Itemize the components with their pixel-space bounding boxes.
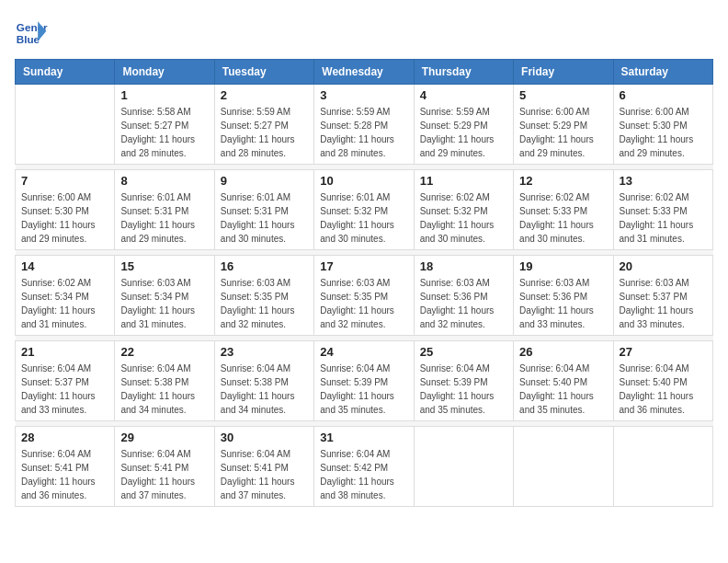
calendar-cell: 24Sunrise: 6:04 AM Sunset: 5:39 PM Dayli… [314,341,414,421]
calendar-cell: 6Sunrise: 6:00 AM Sunset: 5:30 PM Daylig… [613,85,712,165]
calendar-cell: 18Sunrise: 6:03 AM Sunset: 5:36 PM Dayli… [414,256,513,336]
day-number: 4 [420,88,507,102]
day-number: 6 [620,88,707,102]
calendar-week-row: 28Sunrise: 6:04 AM Sunset: 5:41 PM Dayli… [16,427,713,507]
calendar-cell: 4Sunrise: 5:59 AM Sunset: 5:29 PM Daylig… [414,85,513,165]
day-info: Sunrise: 6:04 AM Sunset: 5:39 PM Dayligh… [320,362,407,417]
calendar-cell: 14Sunrise: 6:02 AM Sunset: 5:34 PM Dayli… [16,256,115,336]
day-info: Sunrise: 6:04 AM Sunset: 5:39 PM Dayligh… [420,362,507,417]
day-number: 18 [420,259,507,273]
calendar-cell: 26Sunrise: 6:04 AM Sunset: 5:40 PM Dayli… [514,341,613,421]
calendar-cell: 27Sunrise: 6:04 AM Sunset: 5:40 PM Dayli… [613,341,712,421]
calendar-cell [414,427,513,507]
day-number: 14 [21,259,108,273]
day-number: 5 [519,88,607,102]
calendar-cell: 16Sunrise: 6:03 AM Sunset: 5:35 PM Dayli… [214,256,313,336]
weekday-header-friday: Friday [514,60,613,85]
day-number: 2 [221,88,308,102]
calendar-cell [16,85,115,165]
day-number: 16 [221,259,308,273]
day-number: 24 [320,345,407,359]
day-info: Sunrise: 5:59 AM Sunset: 5:28 PM Dayligh… [320,105,407,160]
day-number: 10 [320,174,407,188]
calendar-cell: 22Sunrise: 6:04 AM Sunset: 5:38 PM Dayli… [115,341,214,421]
day-info: Sunrise: 6:03 AM Sunset: 5:34 PM Dayligh… [120,276,208,331]
calendar-cell: 20Sunrise: 6:03 AM Sunset: 5:37 PM Dayli… [613,256,712,336]
calendar-week-row: 21Sunrise: 6:04 AM Sunset: 5:37 PM Dayli… [16,341,713,421]
logo-icon: General Blue [15,15,48,48]
day-number: 21 [21,345,108,359]
calendar-cell: 12Sunrise: 6:02 AM Sunset: 5:33 PM Dayli… [514,170,613,250]
day-number: 31 [320,431,407,444]
day-info: Sunrise: 6:03 AM Sunset: 5:35 PM Dayligh… [320,276,407,331]
calendar-cell: 31Sunrise: 6:04 AM Sunset: 5:42 PM Dayli… [314,427,414,507]
day-number: 12 [519,174,607,188]
calendar-week-row: 1Sunrise: 5:58 AM Sunset: 5:27 PM Daylig… [16,85,713,165]
day-number: 26 [519,345,607,359]
day-number: 28 [21,431,108,444]
calendar-week-row: 7Sunrise: 6:00 AM Sunset: 5:30 PM Daylig… [16,170,713,250]
day-info: Sunrise: 6:03 AM Sunset: 5:36 PM Dayligh… [519,276,607,331]
day-number: 25 [420,345,507,359]
day-info: Sunrise: 5:59 AM Sunset: 5:29 PM Dayligh… [420,105,507,160]
day-info: Sunrise: 6:03 AM Sunset: 5:35 PM Dayligh… [221,276,308,331]
day-info: Sunrise: 6:01 AM Sunset: 5:32 PM Dayligh… [320,190,407,246]
day-info: Sunrise: 6:02 AM Sunset: 5:32 PM Dayligh… [420,190,507,246]
calendar-cell: 1Sunrise: 5:58 AM Sunset: 5:27 PM Daylig… [115,85,214,165]
svg-text:Blue: Blue [17,33,40,45]
day-info: Sunrise: 6:04 AM Sunset: 5:41 PM Dayligh… [221,447,308,502]
day-number: 17 [320,259,407,273]
calendar-cell: 19Sunrise: 6:03 AM Sunset: 5:36 PM Dayli… [514,256,613,336]
day-info: Sunrise: 6:04 AM Sunset: 5:42 PM Dayligh… [320,447,407,502]
calendar-cell: 2Sunrise: 5:59 AM Sunset: 5:27 PM Daylig… [214,85,313,165]
weekday-header-monday: Monday [115,60,214,85]
day-number: 1 [120,88,208,102]
day-info: Sunrise: 6:01 AM Sunset: 5:31 PM Dayligh… [221,190,308,246]
calendar-cell: 30Sunrise: 6:04 AM Sunset: 5:41 PM Dayli… [214,427,313,507]
day-info: Sunrise: 6:04 AM Sunset: 5:40 PM Dayligh… [519,362,607,417]
day-number: 7 [21,174,108,188]
day-info: Sunrise: 6:04 AM Sunset: 5:40 PM Dayligh… [620,362,707,417]
day-info: Sunrise: 6:01 AM Sunset: 5:31 PM Dayligh… [120,190,208,246]
calendar-cell: 25Sunrise: 6:04 AM Sunset: 5:39 PM Dayli… [414,341,513,421]
calendar-cell: 8Sunrise: 6:01 AM Sunset: 5:31 PM Daylig… [115,170,214,250]
calendar-cell: 15Sunrise: 6:03 AM Sunset: 5:34 PM Dayli… [115,256,214,336]
calendar-cell: 17Sunrise: 6:03 AM Sunset: 5:35 PM Dayli… [314,256,414,336]
day-info: Sunrise: 6:02 AM Sunset: 5:33 PM Dayligh… [620,190,707,246]
day-number: 8 [120,174,208,188]
day-info: Sunrise: 6:00 AM Sunset: 5:30 PM Dayligh… [21,190,108,246]
header: General Blue [15,15,713,48]
day-info: Sunrise: 6:00 AM Sunset: 5:30 PM Dayligh… [620,105,707,160]
weekday-header-row: SundayMondayTuesdayWednesdayThursdayFrid… [16,60,713,85]
calendar-cell: 29Sunrise: 6:04 AM Sunset: 5:41 PM Dayli… [115,427,214,507]
day-info: Sunrise: 6:04 AM Sunset: 5:41 PM Dayligh… [120,447,208,502]
calendar-cell: 11Sunrise: 6:02 AM Sunset: 5:32 PM Dayli… [414,170,513,250]
calendar-cell: 21Sunrise: 6:04 AM Sunset: 5:37 PM Dayli… [16,341,115,421]
day-info: Sunrise: 6:04 AM Sunset: 5:41 PM Dayligh… [21,447,108,502]
weekday-header-saturday: Saturday [613,60,712,85]
calendar-week-row: 14Sunrise: 6:02 AM Sunset: 5:34 PM Dayli… [16,256,713,336]
day-number: 3 [320,88,407,102]
day-number: 23 [221,345,308,359]
day-info: Sunrise: 6:04 AM Sunset: 5:38 PM Dayligh… [120,362,208,417]
day-number: 11 [420,174,507,188]
day-info: Sunrise: 6:04 AM Sunset: 5:37 PM Dayligh… [21,362,108,417]
day-info: Sunrise: 6:04 AM Sunset: 5:38 PM Dayligh… [221,362,308,417]
calendar-cell: 3Sunrise: 5:59 AM Sunset: 5:28 PM Daylig… [314,85,414,165]
day-number: 20 [620,259,707,273]
day-info: Sunrise: 6:02 AM Sunset: 5:33 PM Dayligh… [519,190,607,246]
day-number: 19 [519,259,607,273]
weekday-header-sunday: Sunday [16,60,115,85]
day-number: 13 [620,174,707,188]
calendar-cell: 5Sunrise: 6:00 AM Sunset: 5:29 PM Daylig… [514,85,613,165]
weekday-header-tuesday: Tuesday [214,60,313,85]
calendar-cell: 23Sunrise: 6:04 AM Sunset: 5:38 PM Dayli… [214,341,313,421]
day-info: Sunrise: 6:00 AM Sunset: 5:29 PM Dayligh… [519,105,607,160]
weekday-header-wednesday: Wednesday [314,60,414,85]
calendar-cell [613,427,712,507]
day-info: Sunrise: 5:59 AM Sunset: 5:27 PM Dayligh… [221,105,308,160]
calendar-table: SundayMondayTuesdayWednesdayThursdayFrid… [15,59,713,507]
day-number: 22 [120,345,208,359]
day-number: 29 [120,431,208,444]
calendar-cell: 13Sunrise: 6:02 AM Sunset: 5:33 PM Dayli… [613,170,712,250]
